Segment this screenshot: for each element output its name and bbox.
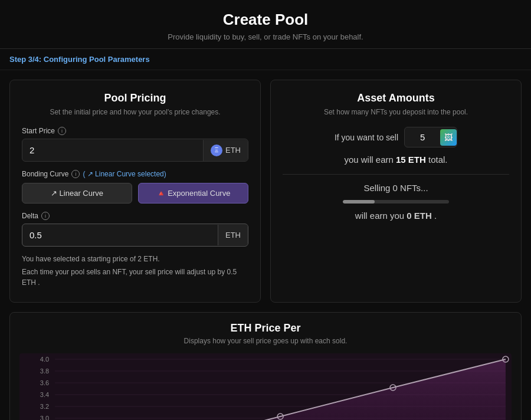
sell-row: If you want to sell 🖼: [283, 127, 509, 147]
nft-icon: 🖼: [440, 129, 457, 146]
svg-text:3.0: 3.0: [40, 415, 49, 420]
chart-panel: ETH Price Per Displays how your sell pri…: [9, 312, 522, 420]
earn-amount: 15 ETH: [396, 155, 426, 165]
will-earn-text: will earn you 0 ETH .: [283, 211, 509, 221]
divider: [283, 174, 509, 175]
step-indicator: Step 3/4: Configuring Pool Parameters: [0, 49, 531, 70]
asset-amounts-panel: Asset Amounts Set how many NFTs you depo…: [270, 80, 522, 303]
main-panels: Pool Pricing Set the initial price and h…: [0, 70, 531, 312]
linear-curve-button[interactable]: ↗ Linear Curve: [22, 183, 132, 204]
progress-bar-fill: [343, 200, 375, 204]
svg-text:3.4: 3.4: [40, 391, 49, 398]
delta-currency-badge: ETH: [218, 225, 248, 245]
earn-text: you will earn 15 ETH total.: [283, 155, 509, 165]
chart-subtitle: Displays how your sell price goes up wit…: [19, 337, 512, 345]
page-subtitle: Provide liquidity to buy, sell, or trade…: [12, 32, 519, 41]
selected-curve-tag: ( ↗ Linear Curve selected): [83, 170, 166, 178]
start-price-label: Start Price i: [22, 127, 248, 135]
start-price-badge: Ξ ETH: [203, 140, 248, 161]
bonding-curve-label: Bonding Curve i ( ↗ Linear Curve selecte…: [22, 170, 248, 178]
pool-pricing-title: Pool Pricing: [22, 92, 248, 104]
info-line-1: You have selected a starting price of 2 …: [22, 254, 248, 264]
progress-bar: [343, 200, 449, 204]
delta-label: Delta i: [22, 212, 248, 220]
delta-info-icon[interactable]: i: [41, 212, 50, 220]
start-price-info-icon[interactable]: i: [58, 127, 66, 135]
start-price-input-wrapper: Ξ ETH: [22, 139, 248, 162]
delta-input[interactable]: [22, 224, 218, 246]
linear-curve-label: ↗ Linear Curve: [51, 189, 103, 198]
info-line-2: Each time your pool sells an NFT, your s…: [22, 267, 248, 288]
chart-svg: 4.0 3.8 3.6 3.4 3.2 3.0 2.8 2.6 2.4 2.2 …: [19, 353, 512, 420]
svg-text:3.2: 3.2: [40, 403, 49, 410]
chart-title: ETH Price Per: [19, 322, 512, 334]
start-price-input[interactable]: [22, 139, 203, 161]
pool-pricing-subtitle: Set the initial price and how your pool'…: [22, 108, 248, 116]
pool-pricing-panel: Pool Pricing Set the initial price and h…: [9, 80, 261, 303]
exponential-curve-label: 🔺 Exponential Curve: [156, 189, 231, 198]
page-header: Create Pool Provide liquidity to buy, se…: [0, 0, 531, 49]
eth-icon: Ξ: [211, 145, 222, 156]
chart-container: 4.0 3.8 3.6 3.4 3.2 3.0 2.8 2.6 2.4 2.2 …: [19, 353, 512, 420]
exponential-curve-button[interactable]: 🔺 Exponential Curve: [138, 183, 248, 204]
curve-buttons: ↗ Linear Curve 🔺 Exponential Curve: [22, 183, 248, 204]
chart-area: [55, 359, 506, 420]
asset-amounts-title: Asset Amounts: [283, 92, 509, 104]
sell-input-wrapper: 🖼: [404, 127, 457, 147]
sell-quantity-input[interactable]: [405, 127, 440, 147]
delta-input-wrapper: ETH: [22, 224, 248, 247]
asset-amounts-subtitle: Set how many NFTs you deposit into the p…: [283, 108, 509, 116]
will-earn-amount: 0 ETH: [407, 211, 432, 221]
svg-text:4.0: 4.0: [40, 356, 49, 363]
svg-text:3.6: 3.6: [40, 379, 49, 386]
selling-status: Selling 0 NFTs...: [283, 183, 509, 193]
page-title: Create Pool: [12, 11, 519, 29]
svg-text:3.8: 3.8: [40, 368, 49, 375]
bonding-curve-info-icon[interactable]: i: [71, 170, 80, 178]
sell-label: If you want to sell: [335, 133, 398, 142]
